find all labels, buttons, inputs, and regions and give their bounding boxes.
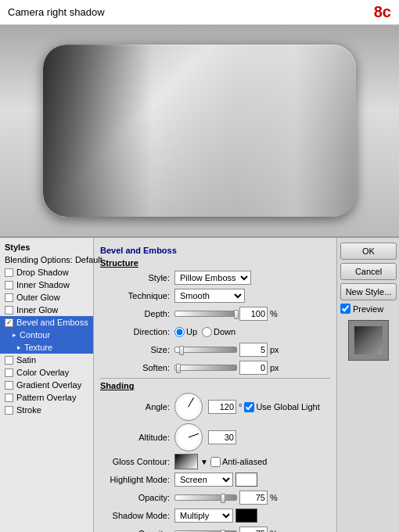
direction-down-radio[interactable] [202,327,212,337]
sidebar-item-gradient-overlay[interactable]: Gradient Overlay [0,379,93,391]
angle-unit: ° [239,402,242,412]
depth-unit: % [270,309,278,318]
anti-aliased-checkbox[interactable] [210,457,221,467]
shadow-opacity-unit: % [270,529,278,532]
highlight-opacity-thumb[interactable] [221,494,225,503]
satin-checkbox[interactable] [5,356,13,365]
soften-slider-thumb[interactable] [176,364,181,373]
shadow-opacity-control: % [174,527,330,532]
sidebar-item-inner-shadow[interactable]: Inner Shadow [0,279,93,291]
preview-thumb-inner [354,326,383,354]
angle-line [188,397,194,408]
page-badge: 8c [374,3,391,21]
sidebar-item-bevel-emboss[interactable]: Bevel and Emboss [0,316,93,329]
bottom-panel: Styles Blending Options: Default Drop Sh… [0,236,399,532]
direction-down-option[interactable]: Down [202,327,235,337]
gloss-contour-row: Gloss Contour: ▼ Anti-aliased [100,454,330,469]
depth-slider-thumb[interactable] [234,310,239,319]
cancel-button[interactable]: Cancel [340,263,397,280]
pattern-overlay-checkbox[interactable] [5,394,13,402]
style-dropdown[interactable]: Pillow Emboss Outer Bevel Inner Bevel Em… [174,271,251,285]
sidebar-blend-options[interactable]: Blending Options: Default [0,253,93,266]
angle-row: Angle: ° Use Global Light [100,393,330,421]
anti-aliased-label[interactable]: Anti-aliased [210,457,267,467]
altitude-dial[interactable] [174,423,203,451]
highlight-color-swatch[interactable] [235,473,257,487]
depth-input[interactable] [239,307,268,321]
drop-shadow-checkbox[interactable] [5,268,13,277]
shadow-opacity-input[interactable] [239,527,268,532]
sidebar-item-texture[interactable]: ▸ Texture [0,341,93,354]
style-row: Style: Pillow Emboss Outer Bevel Inner B… [100,270,330,286]
use-global-light-label[interactable]: Use Global Light [244,402,319,412]
sidebar-item-inner-glow[interactable]: Inner Glow [0,304,93,316]
soften-slider[interactable] [174,365,237,371]
highlight-mode-row: Highlight Mode: Screen Normal Multiply [100,472,330,487]
angle-input[interactable] [208,400,236,414]
gloss-contour-label: Gloss Contour: [100,457,174,466]
shadow-color-swatch[interactable] [235,509,257,523]
highlight-mode-dropdown[interactable]: Screen Normal Multiply [174,473,233,487]
gradient-overlay-checkbox[interactable] [5,381,13,390]
bevel-emboss-checkbox[interactable] [5,318,13,327]
sidebar-item-drop-shadow[interactable]: Drop Shadow [0,266,93,279]
size-slider[interactable] [174,347,237,353]
highlight-opacity-input[interactable] [239,491,268,505]
direction-up-option[interactable]: Up [174,327,197,337]
soften-input[interactable] [239,361,268,375]
gloss-contour-preview[interactable] [174,454,198,469]
sidebar-item-contour[interactable]: ▸ Contour [0,329,93,341]
bevel-emboss-title: Bevel and Emboss [100,246,330,255]
depth-slider[interactable] [174,311,237,317]
sidebar-item-satin[interactable]: Satin [0,354,93,366]
stroke-checkbox[interactable] [5,406,13,415]
preview-thumbnail [348,320,389,361]
highlight-opacity-label: Opacity: [100,493,174,502]
sidebar-item-outer-glow[interactable]: Outer Glow [0,291,93,304]
sidebar-item-pattern-overlay[interactable]: Pattern Overlay [0,391,93,404]
depth-row: Depth: % [100,306,330,322]
inner-glow-checkbox[interactable] [5,306,13,315]
left-shadow-overlay [43,45,153,217]
preview-checkbox[interactable] [340,304,350,314]
highlight-opacity-control: % [174,491,330,505]
size-slider-thumb[interactable] [179,346,184,355]
soften-unit: px [270,363,279,372]
angle-control: ° Use Global Light [174,393,330,421]
ok-button[interactable]: OK [340,243,397,260]
altitude-label: Altitude: [100,433,174,442]
highlight-opacity-slider[interactable] [174,494,237,501]
preview-row: Preview [340,304,396,314]
direction-row: Direction: Up Down [100,324,330,340]
section-divider-1 [100,378,330,379]
inner-shadow-checkbox[interactable] [5,281,13,289]
shadow-mode-dropdown[interactable]: Multiply Normal Screen [174,509,233,523]
technique-dropdown[interactable]: Smooth Chisel Hard Chisel Soft [174,289,245,303]
sidebar-item-color-overlay[interactable]: Color Overlay [0,366,93,379]
sidebar: Styles Blending Options: Default Drop Sh… [0,238,94,532]
soften-control: px [174,361,330,375]
outer-glow-checkbox[interactable] [5,293,13,302]
color-overlay-checkbox[interactable] [5,368,13,377]
contour-dropdown-arrow[interactable]: ▼ [200,458,208,466]
preview-area [0,25,399,236]
size-input[interactable] [239,343,268,357]
new-style-button[interactable]: New Style... [340,283,397,300]
shadow-mode-row: Shadow Mode: Multiply Normal Screen [100,508,330,523]
altitude-input[interactable] [208,430,236,444]
right-highlight-overlay [153,45,356,217]
highlight-mode-control: Screen Normal Multiply [174,473,330,487]
use-global-light-checkbox[interactable] [244,402,254,412]
sidebar-item-stroke[interactable]: Stroke [0,404,93,416]
technique-control: Smooth Chisel Hard Chisel Soft [174,289,330,303]
angle-dial[interactable] [174,393,203,421]
technique-row: Technique: Smooth Chisel Hard Chisel Sof… [100,288,330,304]
shadow-opacity-row: Opacity: % [100,526,330,532]
depth-control: % [174,307,330,321]
direction-up-radio[interactable] [174,327,185,337]
highlight-opacity-unit: % [270,493,278,502]
preview-label: Preview [353,304,383,314]
size-unit: px [270,345,279,354]
highlight-opacity-row: Opacity: % [100,490,330,505]
metal-preview [43,45,356,217]
